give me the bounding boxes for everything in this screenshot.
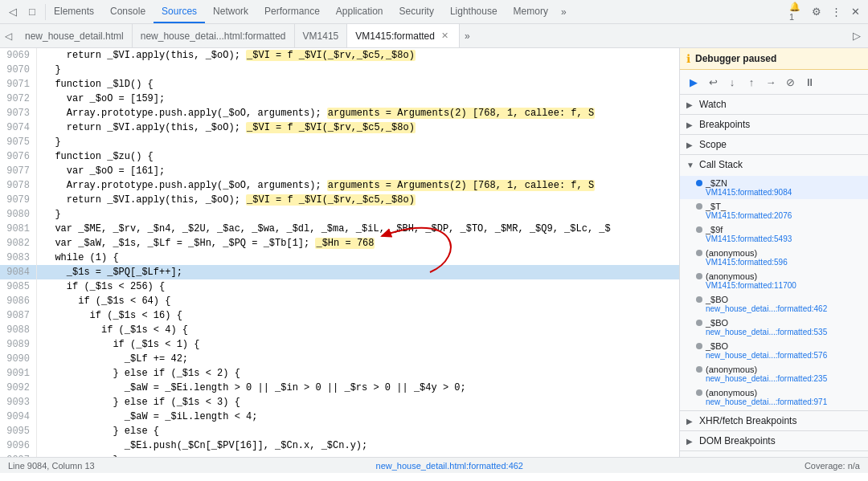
call-stack-location: new_house_detai...:formatted:462 [706, 304, 827, 313]
debugger-icon: ℹ [686, 52, 690, 65]
debugger-status-header: ℹ Debugger paused [680, 48, 868, 70]
line-number: 9076 [0, 149, 37, 164]
tab-application[interactable]: Application [328, 0, 391, 23]
line-number: 9077 [0, 164, 37, 178]
line-content: Array.prototype.push.apply(_$oO, argumen… [43, 178, 679, 193]
code-line: 9096 _$Ei.push(_$Cn[_$PV[16]], _$Cn.x, _… [0, 438, 679, 453]
tab-elements[interactable]: Elements [46, 0, 102, 23]
line-content: } [43, 207, 679, 222]
scope-section-header[interactable]: ▶ Scope [680, 135, 868, 154]
status-bar: Line 9084, Column 13 new_house_detail.ht… [0, 457, 868, 473]
step-out-btn[interactable]: ↑ [743, 73, 760, 91]
call-stack-item[interactable]: _$ZNVM1415:formatted:9084 [680, 176, 868, 199]
call-stack-item[interactable]: (anonymous)new_house_detai...:formatted:… [680, 362, 868, 385]
step-over-btn[interactable]: ↩ [704, 73, 722, 91]
breakpoints-section-header[interactable]: ▶ Breakpoints [680, 115, 868, 134]
scope-section-label: Scope [699, 139, 727, 150]
call-stack-item[interactable]: _$BOnew_house_detai...:formatted:535 [680, 316, 868, 339]
step-into-btn[interactable]: ↓ [723, 73, 741, 91]
code-line: 9089 if (_$1s < 1) { [0, 337, 679, 352]
resume-btn[interactable]: ▶ [685, 73, 702, 91]
code-line: 9095 } else { [0, 424, 679, 438]
code-line: 9071 function _$lD() { [0, 77, 679, 92]
file-tab-prev-icon[interactable]: ◁ [0, 24, 17, 47]
line-content: _$aW = _$Ei.length > 0 || _$in > 0 || _$… [43, 381, 679, 395]
scope-arrow-icon: ▶ [686, 141, 696, 149]
line-number: 9082 [0, 236, 37, 251]
call-stack-dot [696, 226, 702, 233]
file-tab-vm1415-formatted[interactable]: VM1415:formatted ✕ [347, 24, 460, 47]
right-panel-scroll[interactable]: ▶ Watch ▶ Breakpoints ▶ Scope [680, 95, 868, 457]
dom-arrow-icon: ▶ [686, 437, 696, 446]
close-tab-icon[interactable]: ✕ [440, 31, 451, 42]
notification-icon[interactable]: 🔔 1 [789, 4, 805, 20]
call-stack-func-name: _$BO [706, 295, 827, 304]
xhr-breakpoints-header[interactable]: ▶ XHR/fetch Breakpoints [680, 411, 868, 430]
line-number: 9086 [0, 294, 37, 308]
tab-memory[interactable]: Memory [506, 0, 556, 23]
file-tab-vm1415[interactable]: VM1415 [295, 24, 348, 47]
call-stack-item[interactable]: _$9fVM1415:formatted:5493 [680, 222, 868, 246]
tab-security[interactable]: Security [391, 0, 442, 23]
call-stack-dot [696, 273, 702, 279]
code-line: 9094 _$aW = _$iL.length < 4; [0, 410, 679, 424]
device-toggle-icon[interactable]: □ [24, 4, 40, 20]
file-tab-new-house[interactable]: new_house_detail.html [17, 24, 133, 47]
dom-breakpoints-header[interactable]: ▶ DOM Breakpoints [680, 431, 868, 450]
call-stack-location: VM1415:formatted:596 [706, 258, 788, 267]
call-stack-item[interactable]: (anonymous)new_house_detai...:formatted:… [680, 385, 868, 409]
code-editor[interactable]: 9069 return _$VI.apply(this, _$oO); _$VI… [0, 48, 679, 457]
line-number: 9071 [0, 77, 37, 92]
line-content: } else if (_$1s < 2) { [43, 366, 679, 381]
tab-network[interactable]: Network [205, 0, 256, 23]
tab-performance[interactable]: Performance [256, 0, 328, 23]
tab-console[interactable]: Console [102, 0, 154, 23]
line-number: 9090 [0, 352, 37, 366]
line-content: var _$ME, _$rv, _$n4, _$2U, _$ac, _$wa, … [43, 222, 679, 236]
file-nav-icon[interactable]: ▷ [849, 28, 865, 44]
call-stack-func-name: (anonymous) [706, 271, 796, 281]
debugger-status-text: Debugger paused [695, 53, 776, 64]
inspect-icon[interactable]: ◁ [5, 4, 21, 20]
more-file-tabs-icon[interactable]: » [460, 24, 475, 47]
line-content: } else { [43, 424, 679, 438]
watch-section-header[interactable]: ▶ Watch [680, 95, 868, 114]
call-stack-items: _$ZNVM1415:formatted:9084_$T_VM1415:form… [680, 174, 868, 410]
code-line: 9097 } [0, 453, 679, 457]
line-content: _$1s = _$PQ[_$Lf++]; [43, 265, 679, 279]
line-content: function _$lD() { [43, 77, 679, 92]
code-line: 9070 } [0, 63, 679, 77]
call-stack-item[interactable]: _$T_VM1415:formatted:2076 [680, 199, 868, 222]
line-number: 9080 [0, 207, 37, 222]
tab-sources[interactable]: Sources [154, 0, 205, 23]
more-tabs-button[interactable]: » [556, 0, 571, 23]
line-number: 9091 [0, 366, 37, 381]
status-file-location[interactable]: new_house_detail.html:formatted:462 [376, 461, 523, 471]
deactivate-breakpoints-btn[interactable]: ⊘ [781, 73, 799, 91]
call-stack-location: new_house_detai...:formatted:235 [706, 374, 827, 383]
dom-breakpoints-label: DOM Breakpoints [699, 435, 776, 446]
settings-icon[interactable]: ⚙ [809, 4, 825, 20]
dom-breakpoints-section: ▶ DOM Breakpoints [680, 431, 868, 451]
code-line: 9079 return _$VI.apply(this, _$oO); _$VI… [0, 193, 679, 207]
call-stack-dot [696, 250, 702, 256]
file-tab-new-house-formatted[interactable]: new_house_detai...html:formatted [133, 24, 295, 47]
line-content: _$aW = _$iL.length < 4; [43, 410, 679, 424]
xhr-breakpoints-section: ▶ XHR/fetch Breakpoints [680, 411, 868, 431]
call-stack-item[interactable]: (anonymous)VM1415:formatted:11700 [680, 269, 868, 292]
more-options-icon[interactable]: ⋮ [828, 4, 844, 20]
pause-on-exceptions-btn[interactable]: ⏸ [800, 73, 818, 91]
code-line: 9075 } [0, 135, 679, 149]
call-stack-item[interactable]: (anonymous)VM1415:formatted:596 [680, 246, 868, 269]
call-stack-item[interactable]: _$BOnew_house_detai...:formatted:462 [680, 292, 868, 316]
step-btn[interactable]: → [762, 73, 780, 91]
close-devtools-icon[interactable]: ✕ [847, 4, 863, 20]
watch-section-label: Watch [699, 99, 727, 110]
call-stack-item[interactable]: _$BOnew_house_detai...:formatted:576 [680, 339, 868, 362]
status-coverage: Coverage: n/a [805, 461, 860, 471]
code-line: 9083 while (1) { [0, 251, 679, 265]
call-stack-section-header[interactable]: ▼ Call Stack [680, 155, 868, 174]
line-number: 9069 [0, 48, 37, 63]
line-content: if (_$1s < 1) { [43, 337, 679, 352]
tab-lighthouse[interactable]: Lighthouse [442, 0, 506, 23]
